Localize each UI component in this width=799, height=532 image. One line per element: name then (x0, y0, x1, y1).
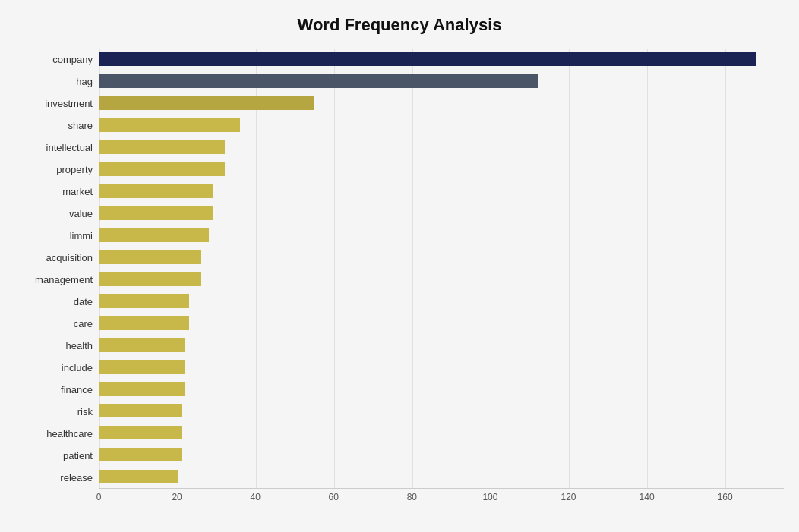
x-tick-0: 0 (96, 492, 102, 502)
bar-row-include (99, 359, 784, 376)
x-tick-60: 60 (329, 492, 339, 502)
y-label-release: release (15, 468, 93, 488)
y-label-include: include (15, 358, 93, 378)
x-tick-160: 160 (718, 492, 733, 502)
y-label-management: management (15, 270, 93, 290)
x-tick-80: 80 (407, 492, 417, 502)
bar-include (99, 360, 185, 374)
bar-risk (99, 404, 182, 417)
bar-row-investment (99, 95, 784, 112)
bar-row-date (99, 293, 784, 310)
bar-intellectual (99, 140, 225, 154)
bar-row-limmi (99, 227, 784, 244)
bar-share (99, 118, 240, 132)
chart-title: Word Frequency Analysis (15, 15, 784, 35)
chart-container: Word Frequency Analysis companyhaginvest… (0, 0, 799, 532)
bar-row-intellectual (99, 139, 784, 156)
bar-row-care (99, 315, 784, 332)
bar-row-company (99, 51, 784, 68)
y-label-care: care (15, 314, 93, 334)
y-label-intellectual: intellectual (15, 138, 93, 158)
x-tick-120: 120 (561, 492, 576, 502)
bar-healthcare (99, 426, 182, 439)
bar-company (99, 52, 756, 66)
bar-row-release (99, 468, 784, 485)
bar-value (99, 206, 213, 220)
x-tick-140: 140 (640, 492, 655, 502)
x-axis: 020406080100120140160 (99, 489, 784, 516)
bar-row-market (99, 183, 784, 200)
y-label-investment: investment (15, 94, 93, 114)
bar-row-risk (99, 402, 784, 419)
bars-area (99, 49, 784, 489)
y-label-finance: finance (15, 380, 93, 400)
bar-row-finance (99, 381, 784, 398)
bar-row-acquisition (99, 249, 784, 266)
bar-property (99, 162, 225, 176)
bar-market (99, 184, 213, 198)
y-label-risk: risk (15, 402, 93, 422)
y-label-share: share (15, 116, 93, 136)
bar-row-management (99, 271, 784, 288)
y-label-limmi: limmi (15, 226, 93, 246)
bar-health (99, 338, 185, 352)
y-label-patient: patient (15, 446, 93, 466)
y-labels: companyhaginvestmentshareintellectualpro… (15, 49, 99, 489)
bar-release (99, 470, 178, 483)
y-label-property: property (15, 160, 93, 180)
y-label-company: company (15, 50, 93, 70)
y-label-date: date (15, 292, 93, 312)
bar-row-healthcare (99, 424, 784, 441)
bar-investment (99, 96, 314, 110)
bar-management (99, 272, 201, 286)
bar-row-hag (99, 73, 784, 90)
bar-date (99, 294, 189, 308)
bar-row-health (99, 337, 784, 354)
y-label-value: value (15, 204, 93, 224)
bar-patient (99, 448, 182, 461)
x-tick-20: 20 (172, 492, 182, 502)
bar-care (99, 316, 189, 330)
x-tick-100: 100 (482, 492, 497, 502)
y-label-acquisition: acquisition (15, 248, 93, 268)
bar-row-share (99, 117, 784, 134)
bar-hag (99, 74, 538, 88)
bar-limmi (99, 228, 209, 242)
chart-area: companyhaginvestmentshareintellectualpro… (15, 49, 784, 489)
y-label-healthcare: healthcare (15, 424, 93, 444)
y-label-market: market (15, 182, 93, 202)
bar-row-property (99, 161, 784, 178)
y-label-hag: hag (15, 72, 93, 92)
bar-finance (99, 382, 185, 396)
y-label-health: health (15, 336, 93, 356)
bar-row-value (99, 205, 784, 222)
bar-row-patient (99, 446, 784, 463)
x-tick-40: 40 (250, 492, 260, 502)
bar-acquisition (99, 250, 201, 264)
